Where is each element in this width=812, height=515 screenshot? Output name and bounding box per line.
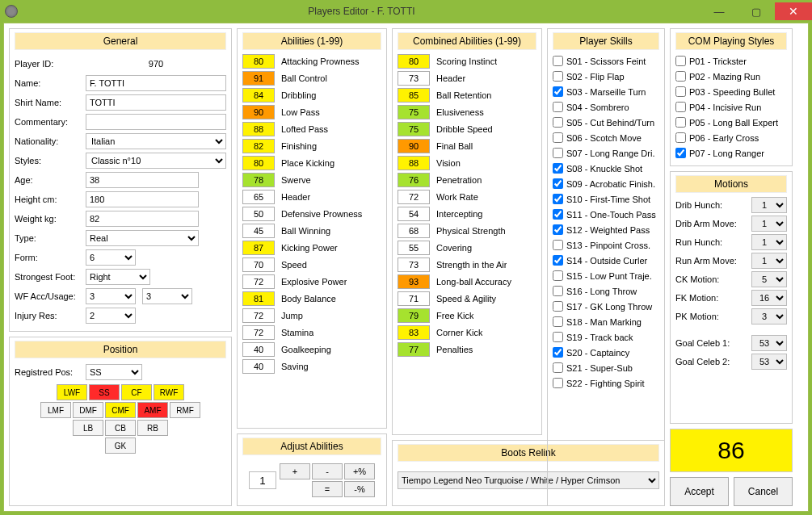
name-input[interactable]	[86, 75, 226, 91]
skill-checkbox[interactable]	[553, 117, 563, 128]
skill-row[interactable]: S03 - Marseille Turn	[553, 84, 659, 99]
skill-row[interactable]: S14 - Outside Curler	[553, 253, 659, 268]
height-input[interactable]	[86, 191, 199, 207]
ability-value-input[interactable]	[242, 190, 275, 204]
com-row[interactable]: P05 - Long Ball Expert	[675, 115, 787, 130]
position-cb-button[interactable]: CB	[105, 420, 136, 436]
skill-checkbox[interactable]	[553, 270, 563, 281]
com-checkbox[interactable]	[675, 56, 686, 66]
adjust-pluspct-button[interactable]: +%	[344, 463, 375, 479]
skill-checkbox[interactable]	[553, 132, 563, 143]
weight-input[interactable]	[86, 211, 199, 227]
motion-select[interactable]: 1	[751, 197, 787, 213]
shirtname-input[interactable]	[86, 94, 226, 111]
skill-row[interactable]: S21 - Super-Sub	[553, 360, 659, 375]
ability-value-input[interactable]	[242, 342, 275, 357]
ability-value-input[interactable]	[242, 105, 275, 119]
motion-select[interactable]: 3	[751, 308, 787, 324]
com-checkbox[interactable]	[675, 148, 686, 158]
ability-value-input[interactable]	[242, 54, 275, 69]
skill-row[interactable]: S12 - Weighted Pass	[553, 222, 659, 237]
accept-button[interactable]: Accept	[670, 477, 729, 506]
position-lwf-button[interactable]: LWF	[57, 384, 87, 400]
position-amf-button[interactable]: AMF	[137, 402, 168, 418]
motion-select[interactable]: 5	[751, 271, 787, 287]
skill-row[interactable]: S22 - Fighting Spirit	[553, 375, 659, 391]
skill-row[interactable]: S19 - Track back	[553, 329, 659, 345]
skill-checkbox[interactable]	[553, 378, 563, 388]
skill-checkbox[interactable]	[553, 178, 563, 189]
skill-row[interactable]: S20 - Captaincy	[553, 345, 659, 360]
type-select[interactable]: Real	[86, 230, 199, 246]
position-ss-button[interactable]: SS	[89, 384, 120, 400]
position-rb-button[interactable]: RB	[137, 420, 168, 436]
wfacc-select[interactable]: 3	[86, 288, 136, 304]
com-checkbox[interactable]	[675, 86, 686, 97]
ability-value-input[interactable]	[242, 241, 275, 255]
ability-value-input[interactable]	[242, 258, 275, 272]
ability-value-input[interactable]	[242, 122, 275, 136]
motion-select[interactable]: 1	[751, 234, 787, 250]
ability-value-input[interactable]	[242, 274, 275, 289]
celeb-select[interactable]: 53	[751, 354, 787, 370]
position-rmf-button[interactable]: RMF	[170, 402, 200, 418]
skill-row[interactable]: S10 - First-Time Shot	[553, 191, 659, 207]
skill-checkbox[interactable]	[553, 86, 563, 97]
adjust-plus-button[interactable]: +	[280, 463, 310, 479]
position-cmf-button[interactable]: CMF	[105, 402, 136, 418]
position-lmf-button[interactable]: LMF	[40, 402, 71, 418]
celeb-select[interactable]: 53	[751, 335, 787, 351]
ability-value-input[interactable]	[242, 224, 275, 238]
position-dmf-button[interactable]: DMF	[73, 402, 103, 418]
skill-row[interactable]: S15 - Low Punt Traje.	[553, 268, 659, 283]
com-row[interactable]: P06 - Early Cross	[675, 130, 787, 145]
ability-value-input[interactable]	[242, 359, 275, 374]
ability-value-input[interactable]	[242, 71, 275, 86]
position-lb-button[interactable]: LB	[73, 420, 103, 436]
skill-checkbox[interactable]	[553, 286, 563, 296]
adjust-step-input[interactable]	[249, 471, 276, 489]
skill-row[interactable]: S07 - Long Range Dri.	[553, 145, 659, 161]
skill-checkbox[interactable]	[553, 224, 563, 235]
skill-checkbox[interactable]	[553, 362, 563, 373]
position-gk-button[interactable]: GK	[105, 438, 136, 454]
nationality-select[interactable]: Italian	[86, 133, 226, 149]
skill-row[interactable]: S18 - Man Marking	[553, 314, 659, 329]
ability-value-input[interactable]	[242, 88, 275, 103]
skill-checkbox[interactable]	[553, 71, 563, 82]
injury-select[interactable]: 2	[86, 308, 136, 324]
window-maximize-button[interactable]: ▢	[738, 2, 775, 20]
skill-checkbox[interactable]	[553, 102, 563, 112]
skill-checkbox[interactable]	[553, 301, 563, 312]
adjust-eq-button[interactable]: =	[312, 481, 343, 497]
position-cf-button[interactable]: CF	[121, 384, 152, 400]
motion-select[interactable]: 1	[751, 216, 787, 232]
com-row[interactable]: P03 - Speeding Bullet	[675, 84, 787, 99]
skill-checkbox[interactable]	[553, 163, 563, 174]
wfusage-select[interactable]: 3	[142, 288, 192, 304]
skill-row[interactable]: S09 - Acrobatic Finish.	[553, 176, 659, 191]
form-select[interactable]: 6	[86, 249, 136, 266]
styles-select[interactable]: Classic n°10	[86, 153, 226, 169]
com-row[interactable]: P02 - Mazing Run	[675, 69, 787, 84]
ability-value-input[interactable]	[242, 291, 275, 306]
commentary-input[interactable]	[86, 114, 226, 130]
ability-value-input[interactable]	[242, 308, 275, 323]
com-row[interactable]: P01 - Trickster	[675, 53, 787, 69]
com-row[interactable]: P07 - Long Ranger	[675, 145, 787, 161]
skill-checkbox[interactable]	[553, 56, 563, 66]
com-row[interactable]: P04 - Incisive Run	[675, 99, 787, 115]
skill-checkbox[interactable]	[553, 148, 563, 158]
window-minimize-button[interactable]: —	[701, 2, 738, 20]
com-checkbox[interactable]	[675, 71, 686, 82]
skill-row[interactable]: S16 - Long Throw	[553, 283, 659, 299]
position-rwf-button[interactable]: RWF	[154, 384, 184, 400]
adjust-minuspct-button[interactable]: -%	[344, 481, 375, 497]
skill-row[interactable]: S06 - Scotch Move	[553, 130, 659, 145]
ability-value-input[interactable]	[242, 207, 275, 221]
com-checkbox[interactable]	[675, 132, 686, 143]
com-checkbox[interactable]	[675, 102, 686, 112]
skill-row[interactable]: S11 - One-Touch Pass	[553, 207, 659, 222]
skill-row[interactable]: S05 - Cut Behind/Turn	[553, 115, 659, 130]
skill-checkbox[interactable]	[553, 332, 563, 342]
